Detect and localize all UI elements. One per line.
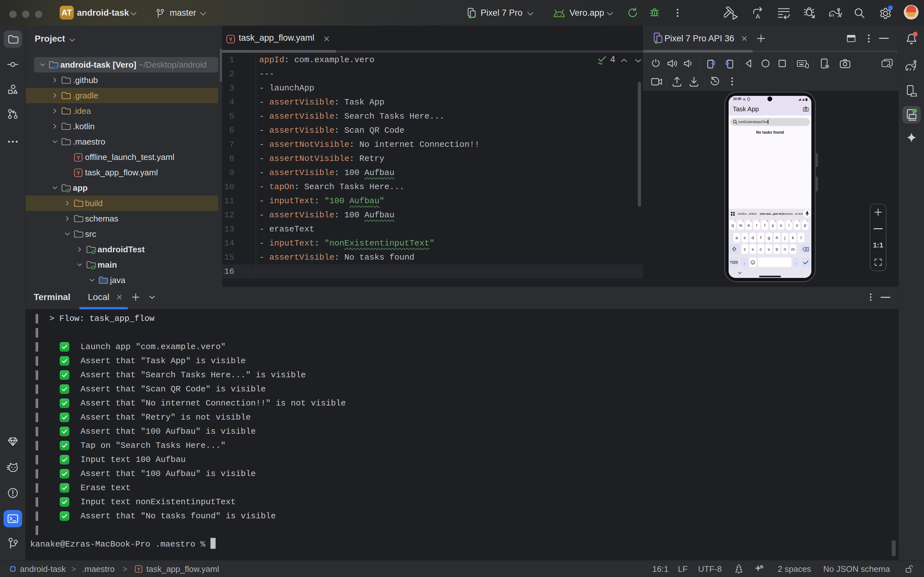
svg-text:Y: Y	[77, 155, 80, 161]
svg-text:Y: Y	[77, 171, 80, 176]
svg-text:Y: Y	[137, 567, 140, 572]
svg-text:A: A	[756, 13, 760, 20]
svg-text:Y: Y	[229, 37, 233, 42]
